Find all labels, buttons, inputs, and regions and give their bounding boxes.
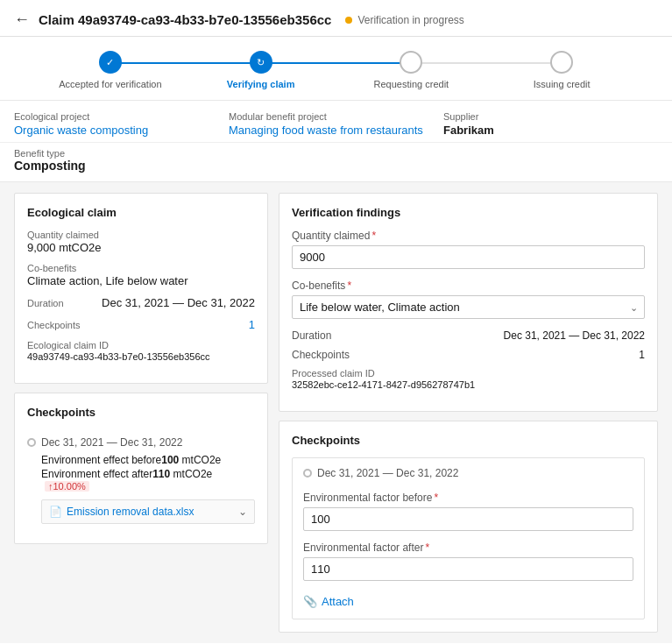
right-checkpoints-title: Checkpoints	[292, 434, 645, 447]
vf-quantity-input[interactable]	[292, 245, 645, 269]
env-before-input[interactable]	[303, 507, 633, 531]
file-name: 📄 Emission removal data.xlsx	[49, 506, 194, 518]
quantity-claimed-row: Quantity claimed 9,000 mtCO2e	[27, 230, 255, 254]
supplier-item: Supplier Fabrikam	[443, 111, 658, 137]
left-checkpoints-card: Checkpoints Dec 31, 2021 — Dec 31, 2022 …	[14, 393, 268, 544]
vf-cobenefits-select-wrapper: Life below water, Climate action Climate…	[292, 295, 645, 319]
project-info: Ecological project Organic waste compost…	[0, 101, 672, 143]
benefit-type-label: Benefit type	[14, 148, 658, 159]
ecological-project-value[interactable]: Organic waste composting	[14, 124, 229, 137]
duration-value: Dec 31, 2021 — Dec 31, 2022	[102, 296, 255, 309]
step-requesting: Requesting credit	[336, 51, 487, 89]
step-circle-issuing	[550, 51, 573, 74]
env-after-field: Environmental factor after*	[303, 541, 633, 581]
step-label-accepted: Accepted for verification	[59, 79, 161, 89]
vf-cobenefits-select[interactable]: Life below water, Climate action Climate…	[292, 295, 645, 319]
left-checkpoint-date: Dec 31, 2021 — Dec 31, 2022	[27, 436, 255, 449]
env-before-label: Environmental factor before*	[303, 492, 633, 504]
file-row[interactable]: 📄 Emission removal data.xlsx ⌄	[41, 499, 255, 524]
vf-duration-row: Duration Dec 31, 2021 — Dec 31, 2022	[292, 329, 645, 342]
benefit-type-value: Composting	[14, 159, 658, 173]
env-before-line: Environment effect before100 mtCO2e	[41, 454, 255, 466]
vf-duration-label: Duration	[292, 329, 331, 342]
step-accepted: ✓ Accepted for verification	[35, 51, 186, 89]
benefit-type-section: Benefit type Composting	[0, 143, 672, 182]
status-text: Verification in progress	[357, 14, 463, 26]
change-badge: ↑10.00%	[45, 481, 89, 492]
ecological-claim-card: Ecological claim Quantity claimed 9,000 …	[14, 193, 268, 384]
env-before-field: Environmental factor before*	[303, 492, 633, 531]
duration-row: Duration Dec 31, 2021 — Dec 31, 2022	[27, 296, 255, 309]
env-after-label: Environmental factor after*	[303, 541, 633, 554]
checkpoints-value-left: 1	[249, 318, 255, 331]
env-after-line: Environment effect after110 mtCO2e↑10.00…	[41, 468, 255, 492]
right-checkpoint-circle-icon	[303, 469, 312, 478]
vf-quantity-field: Quantity claimed*	[292, 230, 645, 269]
vf-processed-id-row: Processed claim ID 32582ebc-ce12-4171-84…	[292, 368, 645, 390]
modular-project-item: Modular benefit project Managing food wa…	[229, 111, 443, 137]
status-badge: Verification in progress	[345, 14, 463, 26]
vf-checkpoints-label: Checkpoints	[292, 349, 350, 361]
vf-processed-id-label: Processed claim ID	[292, 368, 645, 379]
claim-id-value: 49a93749-ca93-4b33-b7e0-13556eb356cc	[27, 351, 255, 362]
right-checkpoints-card: Checkpoints Dec 31, 2021 — Dec 31, 2022 …	[279, 421, 658, 633]
step-issuing: Issuing credit	[486, 51, 637, 89]
quantity-claimed-value: 9,000 mtCO2e	[27, 241, 255, 254]
left-checkpoint-item: Dec 31, 2021 — Dec 31, 2022 Environment …	[27, 429, 255, 531]
chevron-down-icon: ⌄	[238, 506, 247, 518]
verification-findings-title: Verification findings	[292, 206, 645, 219]
file-icon: 📄	[49, 506, 62, 518]
vf-checkpoints-row: Checkpoints 1	[292, 349, 645, 361]
progress-bar: ✓ Accepted for verification ↻ Verifying …	[0, 37, 672, 101]
ecological-project-label: Ecological project	[14, 111, 229, 122]
supplier-value: Fabrikam	[443, 124, 658, 137]
step-verifying: ↻ Verifying claim	[186, 51, 336, 89]
modular-project-label: Modular benefit project	[229, 111, 443, 122]
left-panel: Ecological claim Quantity claimed 9,000 …	[14, 193, 268, 633]
left-checkpoints-title: Checkpoints	[27, 406, 255, 419]
right-checkpoint-item: Dec 31, 2021 — Dec 31, 2022 Environmenta…	[292, 457, 645, 619]
step-label-issuing: Issuing credit	[534, 79, 591, 89]
cobenefits-label: Co-benefits	[27, 263, 255, 273]
vf-duration-value: Dec 31, 2021 — Dec 31, 2022	[504, 329, 645, 342]
right-panel: Verification findings Quantity claimed* …	[279, 193, 658, 633]
attach-link[interactable]: 📎 Attach	[303, 595, 354, 608]
status-dot-icon	[345, 17, 352, 24]
vf-checkpoints-value: 1	[639, 349, 645, 361]
claim-title: Claim 49a93749-ca93-4b33-b7e0-13556eb356…	[39, 12, 331, 27]
modular-project-value[interactable]: Managing food waste from restaurants	[229, 124, 443, 137]
cobenefits-row: Co-benefits Climate action, Life below w…	[27, 263, 255, 287]
back-button[interactable]: ←	[14, 11, 30, 29]
vf-processed-id-value: 32582ebc-ce12-4171-8427-d956278747b1	[292, 379, 645, 390]
env-after-input[interactable]	[303, 557, 633, 581]
verification-findings-card: Verification findings Quantity claimed* …	[279, 193, 658, 412]
claim-id-row: Ecological claim ID 49a93749-ca93-4b33-b…	[27, 340, 255, 362]
ecological-project-item: Ecological project Organic waste compost…	[14, 111, 229, 137]
right-checkpoint-header: Dec 31, 2021 — Dec 31, 2022	[293, 458, 644, 485]
step-circle-accepted: ✓	[99, 51, 122, 74]
supplier-label: Supplier	[443, 111, 658, 122]
claim-id-label: Ecological claim ID	[27, 340, 255, 350]
quantity-claimed-label: Quantity claimed	[27, 230, 255, 240]
step-circle-verifying: ↻	[250, 51, 272, 74]
vf-cobenefits-field: Co-benefits* Life below water, Climate a…	[292, 280, 645, 319]
step-label-requesting: Requesting credit	[374, 79, 449, 89]
header: ← Claim 49a93749-ca93-4b33-b7e0-13556eb3…	[0, 0, 672, 37]
step-label-verifying: Verifying claim	[227, 79, 295, 89]
attach-label: Attach	[322, 595, 354, 608]
vf-quantity-label: Quantity claimed*	[292, 230, 645, 242]
cobenefits-value: Climate action, Life below water	[27, 274, 255, 287]
vf-cobenefits-label: Co-benefits*	[292, 280, 645, 292]
right-checkpoint-body: Environmental factor before* Environment…	[293, 485, 644, 619]
step-circle-requesting	[400, 51, 422, 74]
duration-label: Duration	[27, 298, 64, 308]
ecological-claim-title: Ecological claim	[27, 206, 255, 219]
checkpoints-label-left: Checkpoints	[27, 320, 81, 330]
paperclip-icon: 📎	[303, 595, 317, 608]
checkpoint-circle-icon	[27, 438, 36, 447]
main-content: Ecological claim Quantity claimed 9,000 …	[0, 182, 672, 643]
checkpoints-row: Checkpoints 1	[27, 318, 255, 331]
